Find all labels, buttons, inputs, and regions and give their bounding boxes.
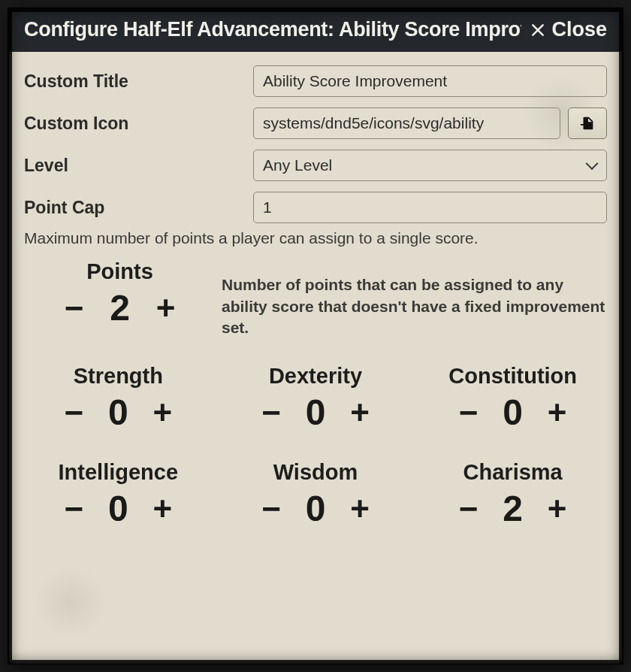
row-point-cap: Point Cap: [24, 192, 607, 223]
ability-decrement[interactable]: −: [258, 490, 284, 528]
file-import-icon: [579, 115, 596, 132]
ability-increment[interactable]: +: [347, 394, 373, 431]
titlebar: Configure Half-Elf Advancement: Ability …: [9, 9, 622, 52]
hint-point-cap: Maximum number of points a player can as…: [24, 228, 607, 249]
close-button[interactable]: Close: [530, 18, 607, 41]
browse-icon-button[interactable]: [568, 107, 607, 139]
row-custom-title: Custom Title: [24, 65, 607, 97]
ability-value: 0: [103, 488, 133, 529]
points-label: Points: [32, 259, 208, 284]
window-title: Configure Half-Elf Advancement: Ability …: [24, 18, 521, 41]
dialog-body: Custom Title Custom Icon Level: [9, 52, 622, 664]
ability-stepper: − 2 +: [420, 488, 605, 529]
ability-stepper: − 0 +: [420, 392, 605, 433]
ability-value: 0: [300, 392, 331, 433]
label-level: Level: [24, 156, 253, 176]
ability-label: Charisma: [420, 460, 605, 485]
ability-stepper: − 0 +: [223, 488, 409, 529]
ability-grid: Strength − 0 + Dexterity − 0 + Constitut…: [24, 364, 607, 529]
ability-wisdom: Wisdom − 0 +: [223, 460, 409, 529]
ability-increment[interactable]: +: [149, 490, 175, 528]
ability-increment[interactable]: +: [347, 490, 373, 528]
ability-value: 2: [498, 488, 528, 529]
ability-value: 0: [498, 392, 528, 433]
ability-value: 0: [300, 488, 331, 529]
points-stepper-block: Points − 2 +: [32, 259, 208, 328]
ability-stepper: − 0 +: [26, 488, 211, 529]
ability-intelligence: Intelligence − 0 +: [26, 460, 211, 529]
ability-label: Strength: [26, 364, 211, 389]
ability-dexterity: Dexterity − 0 +: [223, 364, 409, 433]
ability-increment[interactable]: +: [545, 490, 570, 528]
ability-stepper: − 0 +: [26, 392, 211, 433]
ability-increment[interactable]: +: [149, 394, 175, 431]
row-level: Level Any Level: [24, 150, 607, 181]
points-area: Points − 2 + Number of points that can b…: [32, 259, 607, 338]
ability-value: 0: [103, 392, 133, 433]
ability-label: Constitution: [420, 364, 605, 389]
ability-label: Intelligence: [26, 460, 211, 485]
ability-label: Dexterity: [223, 364, 409, 389]
points-value: 2: [105, 287, 135, 328]
select-level[interactable]: Any Level: [253, 150, 607, 181]
ability-decrement[interactable]: −: [61, 490, 86, 528]
ability-stepper: − 0 +: [223, 392, 409, 433]
points-description: Number of points that can be assigned to…: [222, 259, 607, 338]
dialog-window: Configure Half-Elf Advancement: Ability …: [9, 9, 622, 664]
close-label: Close: [551, 18, 607, 41]
ability-increment[interactable]: +: [545, 394, 570, 431]
ability-decrement[interactable]: −: [456, 490, 482, 528]
ability-decrement[interactable]: −: [456, 394, 482, 431]
ability-charisma: Charisma − 2 +: [420, 460, 605, 529]
ability-decrement[interactable]: −: [258, 394, 284, 431]
label-custom-icon: Custom Icon: [24, 114, 253, 134]
points-increment[interactable]: +: [153, 289, 179, 327]
input-custom-icon[interactable]: [253, 107, 560, 139]
input-custom-title[interactable]: [253, 65, 607, 97]
label-point-cap: Point Cap: [24, 198, 253, 218]
select-level-wrap[interactable]: Any Level: [253, 150, 607, 181]
ability-label: Wisdom: [223, 460, 409, 485]
ability-strength: Strength − 0 +: [26, 364, 211, 433]
label-custom-title: Custom Title: [24, 71, 253, 92]
ability-constitution: Constitution − 0 +: [420, 364, 605, 433]
ability-decrement[interactable]: −: [61, 394, 86, 431]
close-icon: [530, 23, 545, 38]
points-decrement[interactable]: −: [62, 289, 87, 327]
row-custom-icon: Custom Icon: [24, 107, 607, 139]
input-point-cap[interactable]: [253, 192, 607, 223]
points-stepper: − 2 +: [32, 287, 208, 328]
